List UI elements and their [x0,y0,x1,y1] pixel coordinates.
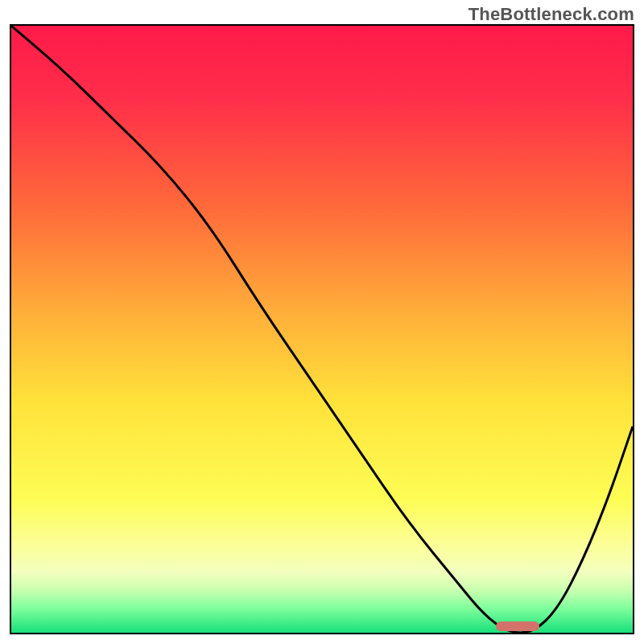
optimal-range-marker [496,621,539,631]
stage: TheBottleneck.com [0,0,644,644]
plot-area [10,24,634,634]
watermark-text: TheBottleneck.com [469,4,634,25]
bottleneck-curve [11,26,633,633]
